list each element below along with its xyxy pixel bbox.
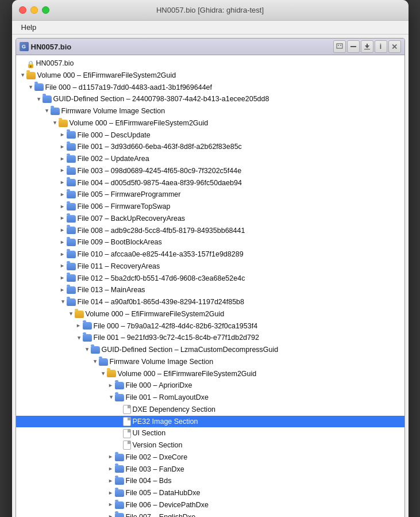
tree-arrow-icon[interactable]: ► [59,143,67,151]
folder-icon [67,167,76,175]
tree-item[interactable]: 🔒HN0057.bio [16,58,404,70]
download-button[interactable] [361,40,373,53]
tree-item[interactable]: ►GUID-Defined Section – 24400798-3807-4a… [16,93,404,105]
tree-arrow-icon[interactable]: ► [107,382,115,390]
info-button[interactable]: i [375,40,387,53]
tree-arrow-icon[interactable]: ► [107,453,115,461]
tree-arrow-icon[interactable]: ► [59,250,67,258]
tree-item[interactable]: PE32 Image Section [16,416,404,428]
tree-item[interactable]: ►Volume 000 – EfiFirmwareFileSystem2Guid [16,368,404,380]
tree-arrow-icon[interactable]: ► [59,179,67,187]
tree-arrow-icon[interactable]: ► [59,202,67,210]
tree-arrow-icon[interactable]: ► [51,119,59,127]
tree-item[interactable]: ►File 001 – 3d93d660-6eba-463f-8d8f-a2b6… [16,141,404,153]
tree-item[interactable]: ►File 003 – FanDxe [16,464,404,476]
tree-arrow-icon[interactable]: ► [59,215,67,223]
tree-item[interactable]: ►File 000 – DescUpdate [16,129,404,141]
tree-item[interactable]: ►File 007 – BackUpRecoveryAreas [16,213,404,225]
close-button[interactable] [19,6,26,14]
collapse-button[interactable] [347,40,360,53]
tree-item-label: GUID-Defined Section – LzmaCustomDecompr… [102,344,403,355]
menu-help[interactable]: Help [17,22,41,33]
tree-item[interactable]: ►GUID-Defined Section – LzmaCustomDecomp… [16,344,404,356]
tree-item[interactable]: ►Volume 000 – EfiFirmwareFileSystem2Guid [16,308,404,320]
panel-title: HN0057.bio [31,43,331,51]
tree-item[interactable]: ►File 000 – 7b9a0a12-42f8-4d4c-82b6-32f0… [16,320,404,332]
folder-icon [75,311,84,318]
tree-item[interactable]: ►File 007 – EnglishDxe [16,511,404,518]
tree-arrow-icon[interactable]: ► [59,227,67,235]
tree-item-label: File 002 – UpdateArea [78,154,403,164]
tree-item[interactable]: ►File 002 – UpdateArea [16,153,404,165]
tree-item-label: File 002 – DxeCore [126,452,403,463]
tree-arrow-icon[interactable]: ► [59,286,67,294]
tree-container[interactable]: 🔒HN0057.bio►Volume 000 – EfiFirmwareFile… [16,55,404,517]
tree-item[interactable]: DXE Dependency Section [16,404,404,416]
tree-item[interactable]: ►File 011 – RecoveryAreas [16,261,404,273]
tree-item[interactable]: ►File 002 – DxeCore [16,451,404,464]
folder-icon [115,477,124,485]
tree-arrow-icon[interactable]: ► [67,310,75,318]
tree-item[interactable]: ►Volume 000 – EfiFirmwareFileSystem2Guid [16,117,404,129]
tree-item[interactable]: ►File 001 – RomLayoutDxe [16,392,404,404]
tree-arrow-icon[interactable]: ► [43,107,51,115]
tree-arrow-icon[interactable]: ► [107,477,115,485]
tree-arrow-icon[interactable]: ► [107,393,115,401]
tree-item[interactable]: ►File 006 – DevicePathDxe [16,499,404,511]
folder-icon [51,108,60,115]
tree-item-label: File 000 – d1157a19-7dd0-4483-aad1-3b1f9… [45,82,403,93]
tree-arrow-icon[interactable]: ► [18,71,26,79]
tree-item[interactable]: ►File 004 – Bds [16,475,404,487]
tree-item[interactable]: ►File 012 – 5ba2dcf0-b551-47d6-9608-c3ea… [16,273,404,285]
tree-arrow-icon[interactable]: ► [59,167,67,175]
tree-item[interactable]: ►File 009 – BootBlockAreas [16,236,404,248]
tree-arrow-icon[interactable]: ► [107,465,115,473]
tree-arrow-icon[interactable]: ► [59,155,67,163]
tree-item[interactable]: ►File 014 – a90af0b1-865d-439e-8294-1197… [16,296,404,308]
tree-item[interactable]: ►Volume 000 – EfiFirmwareFileSystem2Guid [16,70,404,82]
document-icon [123,441,131,450]
svg-rect-0 [337,44,342,48]
tree-arrow-icon[interactable]: ► [83,346,91,354]
tree-item[interactable]: ►File 010 – afccaa0e-e825-441e-a353-157f… [16,248,404,261]
tree-item-label: File 001 – 9e21fd93-9c72-4c15-8c4b-e77f1… [94,332,403,343]
tree-arrow-icon[interactable]: ► [26,83,34,91]
tree-item-label: File 009 – BootBlockAreas [78,237,403,248]
tree-item[interactable]: ►File 000 – AprioriDxe [16,380,404,392]
tree-item[interactable]: ►File 005 – FirmwareProgrammer [16,189,404,201]
tree-arrow-icon[interactable]: ► [99,370,107,378]
tree-arrow-icon[interactable]: ► [59,298,67,306]
tree-item[interactable]: ►File 000 – d1157a19-7dd0-4483-aad1-3b1f… [16,82,404,94]
tree-arrow-icon[interactable]: ► [107,513,115,517]
tree-item-label: File 001 – 3d93d660-6eba-463f-8d8f-a2b62… [78,141,403,152]
info-icon: i [380,43,382,51]
tree-arrow-icon[interactable]: ► [59,239,67,247]
tree-item[interactable]: ►File 003 – 098d0689-4245-4f65-80c9-7f32… [16,165,404,177]
tree-arrow-icon[interactable]: ► [59,274,67,282]
tree-item[interactable]: ►Firmware Volume Image Section [16,105,404,117]
tree-item[interactable]: ►File 008 – adb9c28d-5cc8-4fb5-8179-8493… [16,225,404,237]
close-panel-button[interactable]: ✕ [388,40,401,53]
tree-item[interactable]: ►Firmware Volume Image Section [16,356,404,368]
tree-item[interactable]: UI Section [16,427,404,439]
tree-arrow-icon[interactable]: ► [59,131,67,139]
tree-arrow-icon[interactable]: ► [91,358,99,366]
tree-item[interactable]: ►File 001 – 9e21fd93-9c72-4c15-8c4b-e77f… [16,332,404,344]
tree-arrow-icon[interactable]: ► [59,262,67,270]
maximize-button[interactable] [42,6,49,14]
tree-arrow-icon[interactable]: ► [34,95,43,104]
tree-item[interactable]: ►File 006 – FirmwareTopSwap [16,201,404,213]
tree-arrow-icon[interactable]: ► [59,191,67,199]
tree-item[interactable]: Version Section [16,439,404,451]
tree-item[interactable]: ►File 004 – d005d5f0-9875-4aea-8f39-96fc… [16,177,404,189]
titlebar: HN0057.bio [Ghidra: ghidra-test] [12,0,409,21]
folder-icon [67,298,76,306]
minimize-button[interactable] [30,6,38,14]
tree-arrow-icon[interactable]: ► [107,501,115,509]
tree-arrow-icon[interactable]: ► [75,322,83,330]
tree-arrow-icon[interactable]: ► [107,489,115,497]
tree-item[interactable]: ►File 013 – MainAreas [16,284,404,296]
tree-item[interactable]: ►File 005 – DataHubDxe [16,487,404,499]
tree-arrow-icon[interactable]: ► [75,334,83,342]
export-button[interactable] [333,40,346,53]
